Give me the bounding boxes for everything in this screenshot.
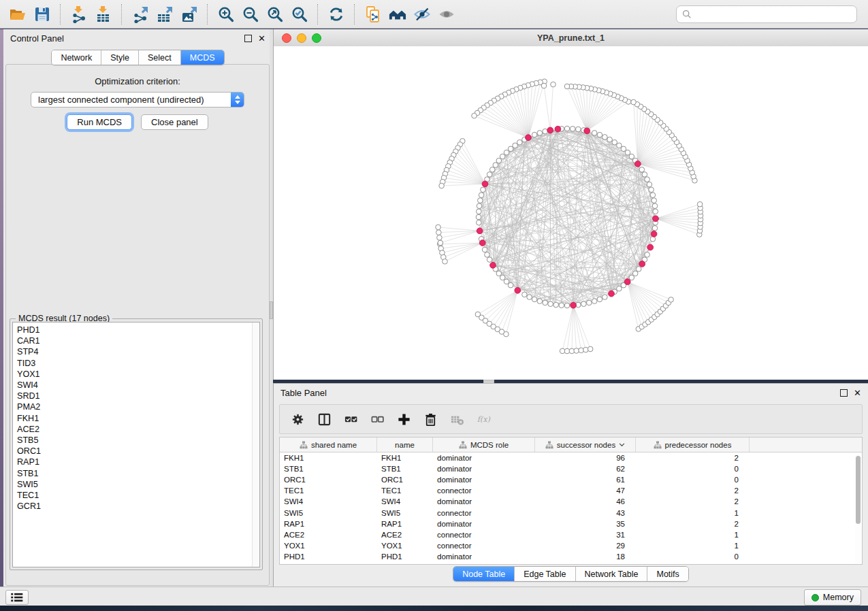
network-node[interactable] bbox=[592, 131, 597, 136]
network-edge[interactable] bbox=[443, 243, 482, 257]
network-node[interactable] bbox=[650, 237, 656, 242]
mcds-result-item[interactable]: SWI4 bbox=[13, 380, 252, 391]
network-edge[interactable] bbox=[656, 204, 700, 218]
network-edge[interactable] bbox=[628, 282, 669, 303]
mcds-result-item[interactable]: ORC1 bbox=[13, 446, 252, 457]
dominator-node[interactable] bbox=[653, 216, 659, 222]
network-node[interactable] bbox=[487, 257, 492, 263]
network-node[interactable] bbox=[636, 267, 641, 272]
create-column-button[interactable] bbox=[396, 412, 411, 427]
zoom-out-button[interactable] bbox=[238, 3, 263, 26]
tab-mcds[interactable]: MCDS bbox=[181, 50, 224, 65]
network-edge[interactable] bbox=[528, 82, 545, 137]
network-node[interactable] bbox=[607, 137, 613, 142]
network-node[interactable] bbox=[537, 299, 543, 304]
network-node[interactable] bbox=[438, 240, 443, 246]
network-node[interactable] bbox=[697, 201, 703, 207]
network-node[interactable] bbox=[508, 282, 513, 288]
network-node[interactable] bbox=[625, 150, 630, 155]
dominator-node[interactable] bbox=[482, 181, 488, 187]
delete-columns-button[interactable] bbox=[423, 412, 438, 427]
tab-edge-table[interactable]: Edge Table bbox=[515, 567, 575, 581]
network-node[interactable] bbox=[647, 182, 652, 187]
mcds-result-item[interactable]: FKH1 bbox=[13, 413, 252, 424]
column-header-MCDS-role[interactable]: MCDS role bbox=[433, 437, 535, 452]
close-traffic-light[interactable] bbox=[282, 33, 291, 43]
network-node[interactable] bbox=[543, 129, 548, 134]
dominator-node[interactable] bbox=[477, 228, 483, 234]
network-node[interactable] bbox=[629, 275, 634, 280]
dominator-node[interactable] bbox=[555, 126, 561, 132]
column-header-name[interactable]: name bbox=[377, 437, 433, 452]
network-node[interactable] bbox=[588, 346, 593, 352]
dominator-node[interactable] bbox=[584, 128, 590, 134]
list-scrollbar[interactable] bbox=[252, 323, 259, 567]
table-row[interactable]: TEC1TEC1connector472 bbox=[280, 485, 862, 496]
optimization-criterion-select[interactable]: largest connected component (undirected) bbox=[31, 92, 244, 108]
network-node[interactable] bbox=[478, 198, 483, 203]
dominator-node[interactable] bbox=[515, 287, 521, 293]
network-edge[interactable] bbox=[458, 148, 485, 184]
network-node[interactable] bbox=[621, 146, 626, 152]
open-session-button[interactable] bbox=[5, 3, 30, 26]
network-node[interactable] bbox=[481, 187, 486, 193]
network-node[interactable] bbox=[652, 203, 658, 209]
float-panel-icon[interactable] bbox=[244, 35, 252, 42]
tab-motifs[interactable]: Motifs bbox=[647, 567, 688, 581]
network-edge[interactable] bbox=[628, 282, 649, 322]
float-panel-icon[interactable] bbox=[840, 389, 848, 397]
table-scrollbar-thumb[interactable] bbox=[856, 456, 861, 524]
network-edge[interactable] bbox=[628, 282, 658, 314]
table-row[interactable]: YOX1YOX1connector291 bbox=[280, 540, 862, 551]
network-node[interactable] bbox=[576, 127, 581, 132]
network-edge[interactable] bbox=[628, 282, 666, 306]
network-node[interactable] bbox=[537, 131, 543, 136]
network-node[interactable] bbox=[570, 127, 575, 132]
network-node[interactable] bbox=[669, 297, 674, 303]
network-node[interactable] bbox=[649, 187, 654, 193]
network-node[interactable] bbox=[532, 297, 537, 302]
network-node[interactable] bbox=[517, 139, 523, 145]
show-columns-button[interactable] bbox=[317, 412, 332, 427]
table-options-button[interactable] bbox=[290, 412, 305, 427]
mcds-result-item[interactable]: CAR1 bbox=[13, 335, 252, 346]
network-edge[interactable] bbox=[445, 243, 483, 261]
mcds-result-item[interactable]: TEC1 bbox=[13, 490, 252, 501]
column-header-successor-nodes[interactable]: successor nodes bbox=[535, 437, 636, 452]
tab-select[interactable]: Select bbox=[139, 50, 181, 65]
hide-details-button[interactable] bbox=[410, 3, 434, 26]
network-node[interactable] bbox=[500, 154, 505, 159]
table-row[interactable]: FKH1FKH1dominator962 bbox=[280, 452, 862, 463]
network-node[interactable] bbox=[629, 154, 634, 159]
tab-node-table[interactable]: Node Table bbox=[453, 567, 515, 581]
table-row[interactable]: SWI4SWI4dominator462 bbox=[280, 496, 862, 507]
network-node[interactable] bbox=[479, 193, 484, 198]
maximize-traffic-light[interactable] bbox=[312, 33, 321, 43]
mcds-result-item[interactable]: STB1 bbox=[13, 468, 252, 479]
node-table[interactable]: shared namenameMCDS rolesuccessor nodesp… bbox=[279, 437, 863, 565]
network-edge[interactable] bbox=[452, 159, 485, 184]
run-mcds-button[interactable]: Run MCDS bbox=[67, 114, 132, 130]
network-node[interactable] bbox=[500, 275, 505, 280]
close-panel-button[interactable]: Close panel bbox=[141, 114, 208, 130]
network-edge[interactable] bbox=[656, 218, 700, 231]
network-node[interactable] bbox=[587, 300, 592, 306]
network-node[interactable] bbox=[553, 302, 559, 308]
network-node[interactable] bbox=[645, 177, 650, 182]
network-edge[interactable] bbox=[571, 86, 587, 131]
mcds-result-item[interactable]: ACE2 bbox=[13, 424, 252, 435]
network-node[interactable] bbox=[617, 143, 622, 148]
network-edge[interactable] bbox=[477, 113, 528, 137]
network-edge[interactable] bbox=[494, 291, 518, 327]
network-edge[interactable] bbox=[587, 91, 602, 131]
network-edge[interactable] bbox=[528, 83, 536, 137]
select-all-button[interactable] bbox=[343, 412, 358, 427]
refresh-button[interactable] bbox=[324, 3, 349, 26]
network-node[interactable] bbox=[496, 158, 502, 163]
mcds-result-item[interactable]: SWI5 bbox=[13, 479, 252, 490]
network-node[interactable] bbox=[602, 135, 608, 140]
network-edge[interactable] bbox=[544, 86, 550, 130]
network-edge[interactable] bbox=[587, 95, 614, 131]
minimize-traffic-light[interactable] bbox=[297, 33, 306, 43]
dominator-node[interactable] bbox=[639, 261, 645, 267]
